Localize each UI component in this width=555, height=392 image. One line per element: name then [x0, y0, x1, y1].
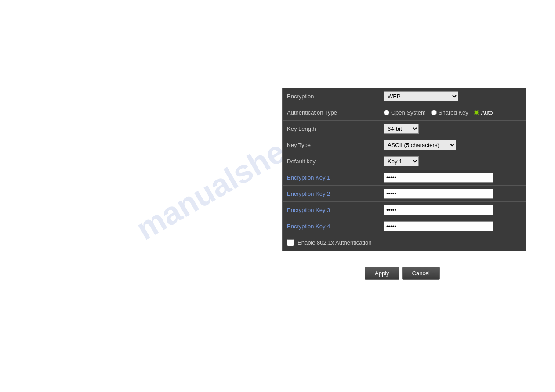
enc-key-2-value-cell: [380, 187, 526, 201]
default-key-value-cell: Key 1 Key 2 Key 3 Key 4: [380, 155, 526, 168]
enc-key-1-row: Encryption Key 1: [283, 169, 526, 186]
enc-key-4-input[interactable]: [384, 221, 493, 231]
radio-open-system-label: Open System: [391, 109, 426, 116]
enable-8021x-checkbox[interactable]: [287, 239, 294, 246]
default-key-row: Default key Key 1 Key 2 Key 3 Key 4: [283, 153, 526, 169]
key-type-select[interactable]: ASCII (5 characters) Hex (10 characters): [384, 140, 456, 150]
auth-type-value-cell: Open System Shared Key Auto: [380, 108, 526, 118]
default-key-label: Default key: [283, 155, 380, 167]
radio-open-system-input[interactable]: [384, 110, 389, 115]
encryption-row: Encryption None WEP WPA-Personal WPA2-Pe…: [283, 88, 526, 104]
enc-key-1-input[interactable]: [384, 173, 493, 183]
enable-8021x-row: Enable 802.1x Authentication: [283, 234, 526, 251]
radio-auto-label: Auto: [481, 109, 493, 116]
key-length-row: Key Length 64-bit 128-bit: [283, 121, 526, 137]
enc-key-3-row: Encryption Key 3: [283, 202, 526, 218]
radio-shared-key[interactable]: Shared Key: [431, 109, 468, 116]
radio-auto-input[interactable]: [474, 110, 479, 115]
enc-key-2-input[interactable]: [384, 189, 493, 199]
enc-key-1-value-cell: [380, 171, 526, 184]
radio-open-system[interactable]: Open System: [384, 109, 426, 116]
enc-key-3-label: Encryption Key 3: [283, 204, 380, 216]
radio-auto[interactable]: Auto: [474, 109, 493, 116]
enc-key-4-row: Encryption Key 4: [283, 218, 526, 234]
button-row: Apply Cancel: [365, 267, 440, 280]
default-key-select[interactable]: Key 1 Key 2 Key 3 Key 4: [384, 156, 419, 166]
encryption-value-cell: None WEP WPA-Personal WPA2-Personal: [380, 90, 526, 103]
enc-key-3-input[interactable]: [384, 205, 493, 215]
radio-shared-key-label: Shared Key: [439, 109, 468, 116]
key-length-value-cell: 64-bit 128-bit: [380, 122, 526, 136]
radio-shared-key-input[interactable]: [431, 110, 437, 115]
enc-key-1-label: Encryption Key 1: [283, 172, 380, 183]
enc-key-2-row: Encryption Key 2: [283, 186, 526, 202]
cancel-button[interactable]: Cancel: [402, 267, 440, 280]
enc-key-2-label: Encryption Key 2: [283, 188, 380, 200]
encryption-label: Encryption: [283, 90, 380, 102]
enc-key-4-label: Encryption Key 4: [283, 220, 380, 232]
key-type-value-cell: ASCII (5 characters) Hex (10 characters): [380, 138, 526, 152]
enc-key-4-value-cell: [380, 219, 526, 233]
settings-panel: Encryption None WEP WPA-Personal WPA2-Pe…: [282, 88, 526, 251]
encryption-select[interactable]: None WEP WPA-Personal WPA2-Personal: [384, 91, 458, 101]
auth-radio-group: Open System Shared Key Auto: [384, 109, 493, 116]
auth-type-row: Authentication Type Open System Shared K…: [283, 104, 526, 121]
enc-key-3-value-cell: [380, 203, 526, 217]
auth-type-label: Authentication Type: [283, 107, 380, 119]
key-length-label: Key Length: [283, 123, 380, 135]
key-length-select[interactable]: 64-bit 128-bit: [384, 124, 419, 134]
enable-8021x-label: Enable 802.1x Authentication: [297, 239, 371, 246]
key-type-label: Key Type: [283, 139, 380, 151]
key-type-row: Key Type ASCII (5 characters) Hex (10 ch…: [283, 137, 526, 153]
apply-button[interactable]: Apply: [365, 267, 399, 280]
